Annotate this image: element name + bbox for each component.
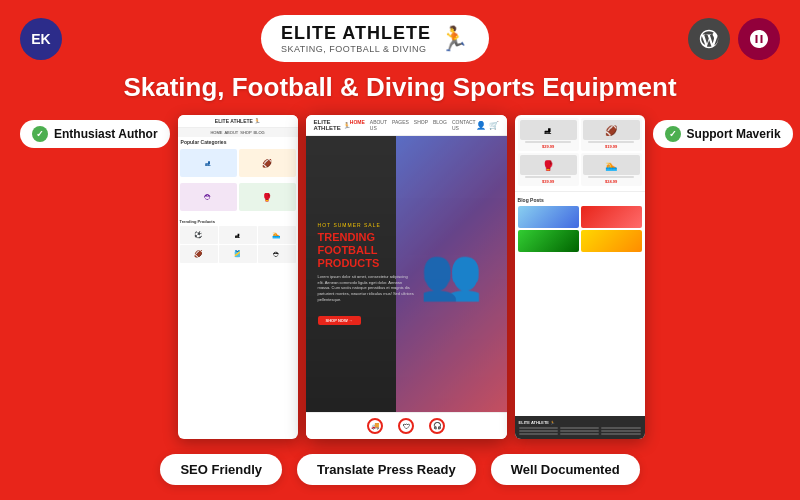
support-badge: ✓ Support Maverik bbox=[653, 120, 793, 148]
right-product-card: 🏊 $24.99 bbox=[581, 153, 642, 186]
right-product-line bbox=[588, 176, 634, 178]
trending-item: ⛑ bbox=[258, 245, 296, 263]
hero-text: HOT SUMMER SALE TRENDING FOOTBALL PRODUC… bbox=[318, 222, 415, 327]
popular-categories-label: Popular Categories bbox=[178, 137, 298, 147]
main-container: EK ELITE ATHLETE Skating, Football & Div… bbox=[0, 0, 800, 500]
headphone-icon-item: 🎧 bbox=[429, 418, 445, 434]
right-footer-grid bbox=[519, 427, 641, 435]
right-product-price: $24.99 bbox=[605, 179, 617, 184]
product-thumb-ball: 🏈 bbox=[239, 149, 296, 177]
delivery-icon: 🚚 bbox=[367, 418, 383, 434]
hero-title-part1: TRENDING bbox=[318, 231, 375, 243]
top-right-badges bbox=[688, 18, 780, 60]
blog-thumb-3 bbox=[518, 230, 579, 252]
screen-left-trending: Trending Products ⚽ ⛸ 🏊 🏈 🎽 ⛑ bbox=[178, 217, 298, 265]
right-product-price: $29.99 bbox=[542, 144, 554, 149]
author-badge: ✓ Enthusiast Author bbox=[20, 120, 170, 148]
right-footer-col bbox=[601, 427, 640, 435]
mini-logo-left: ELITE ATHLETE 🏃 bbox=[215, 118, 260, 124]
right-footer-col bbox=[519, 427, 558, 435]
trending-label: Trending Products bbox=[180, 219, 296, 224]
nav-shop[interactable]: SHOP bbox=[414, 119, 428, 131]
support-icon: ✓ bbox=[665, 126, 681, 142]
delivery-icon-item: 🚚 bbox=[367, 418, 383, 434]
screen-left-header: ELITE ATHLETE 🏃 bbox=[178, 115, 298, 128]
left-side-badge: ✓ Enthusiast Author bbox=[20, 115, 170, 439]
blog-grid bbox=[518, 206, 642, 252]
nav-mini-left: HOME ABOUT SHOP BLOG bbox=[178, 128, 298, 137]
nav-pages[interactable]: PAGES bbox=[392, 119, 409, 131]
trending-item: 🎽 bbox=[219, 245, 257, 263]
blog-thumb-1 bbox=[518, 206, 579, 228]
right-product-line bbox=[525, 176, 571, 178]
elementor-badge bbox=[738, 18, 780, 60]
center-nav: ELITE ATHLETE 🏃 HOME ABOUT US PAGES SHOP… bbox=[306, 115, 507, 136]
right-product-card: 🏈 $19.99 bbox=[581, 118, 642, 151]
logo-text: ELITE ATHLETE Skating, Football & Diving bbox=[281, 23, 431, 54]
wordpress-badge bbox=[688, 18, 730, 60]
right-product-price: $39.99 bbox=[542, 179, 554, 184]
hero-title-accent: FOOTBALL bbox=[318, 244, 378, 256]
right-blog-section: Blog Posts bbox=[515, 194, 645, 416]
product-thumb-skate: ⛸ bbox=[180, 149, 237, 177]
runner-icon: 🏃 bbox=[439, 25, 469, 53]
center-nav-logo: ELITE ATHLETE 🏃 bbox=[314, 119, 350, 131]
author-label: Enthusiast Author bbox=[54, 127, 158, 141]
hero-icons-row: 🚚 🛡 🎧 bbox=[306, 412, 507, 439]
ek-badge: EK bbox=[20, 18, 62, 60]
trending-item: ⚽ bbox=[180, 226, 218, 244]
right-product-img: ⛸ bbox=[520, 120, 577, 140]
user-icon: 👤 bbox=[476, 121, 486, 130]
right-top-grid: ⛸ $29.99 🏈 $19.99 🥊 $39.99 bbox=[515, 115, 645, 189]
blog-thumb-4 bbox=[581, 230, 642, 252]
support-label: Support Maverik bbox=[687, 127, 781, 141]
trending-item: 🏈 bbox=[180, 245, 218, 263]
right-footer-col bbox=[560, 427, 599, 435]
nav-icons: 👤 🛒 bbox=[476, 121, 499, 130]
right-product-card: 🥊 $39.99 bbox=[518, 153, 579, 186]
right-product-line bbox=[588, 141, 634, 143]
logo-title: ELITE ATHLETE bbox=[281, 23, 431, 44]
screen-left-content: ⛸ 🏈 ⛑ 🥊 bbox=[178, 147, 298, 217]
screen-left: ELITE ATHLETE 🏃 HOME ABOUT SHOP BLOG Pop… bbox=[178, 115, 298, 439]
product-thumb-gloves: 🥊 bbox=[239, 183, 296, 211]
nav-contact[interactable]: CONTACT US bbox=[452, 119, 476, 131]
hero-title: TRENDING FOOTBALL PRODUCTS bbox=[318, 231, 415, 271]
right-divider bbox=[515, 191, 645, 192]
nav-home[interactable]: HOME bbox=[350, 119, 365, 131]
center-hero: HOT SUMMER SALE TRENDING FOOTBALL PRODUC… bbox=[306, 136, 507, 412]
documented-badge: Well Documented bbox=[491, 454, 640, 485]
trending-item: 🏊 bbox=[258, 226, 296, 244]
bottom-badges: SEO Friendly Translate Press Ready Well … bbox=[160, 454, 639, 485]
shield-icon-item: 🛡 bbox=[398, 418, 414, 434]
hero-cta-button[interactable]: SHOP NOW → bbox=[318, 316, 361, 325]
right-blog-title: Blog Posts bbox=[518, 197, 642, 203]
nav-blog[interactable]: BLOG bbox=[433, 119, 447, 131]
right-footer-section: ELITE ATHLETE 🏃 bbox=[515, 416, 645, 439]
screens-container: ELITE ATHLETE 🏃 HOME ABOUT SHOP BLOG Pop… bbox=[178, 115, 645, 439]
nav-about[interactable]: ABOUT US bbox=[370, 119, 387, 131]
screen-center: ELITE ATHLETE 🏃 HOME ABOUT US PAGES SHOP… bbox=[306, 115, 507, 439]
screen-right: ⛸ $29.99 🏈 $19.99 🥊 $39.99 bbox=[515, 115, 645, 439]
right-product-line bbox=[525, 141, 571, 143]
translate-badge: Translate Press Ready bbox=[297, 454, 476, 485]
blog-thumb-2 bbox=[581, 206, 642, 228]
hero-desc: Lorem ipsum dolor sit amet, consectetur … bbox=[318, 274, 415, 302]
trending-item: ⛸ bbox=[219, 226, 257, 244]
right-product-img: 🏈 bbox=[583, 120, 640, 140]
cart-icon: 🛒 bbox=[489, 121, 499, 130]
trending-grid: ⚽ ⛸ 🏊 🏈 🎽 ⛑ bbox=[180, 226, 296, 263]
hero-title-part2: PRODUCTS bbox=[318, 257, 380, 269]
right-side-badge: ✓ Support Maverik bbox=[653, 115, 793, 439]
right-product-img: 🏊 bbox=[583, 155, 640, 175]
product-thumb-helmet: ⛑ bbox=[180, 183, 237, 211]
right-product-price: $19.99 bbox=[605, 144, 617, 149]
right-footer-logo: ELITE ATHLETE 🏃 bbox=[519, 420, 641, 425]
right-product-card: ⛸ $29.99 bbox=[518, 118, 579, 151]
middle-section: ✓ Enthusiast Author ELITE ATHLETE 🏃 HOME… bbox=[20, 115, 780, 439]
top-bar: EK ELITE ATHLETE Skating, Football & Div… bbox=[20, 15, 780, 62]
headphone-icon: 🎧 bbox=[429, 418, 445, 434]
logo-subtitle: Skating, Football & Diving bbox=[281, 44, 431, 54]
right-product-img: 🥊 bbox=[520, 155, 577, 175]
hero-eyebrow: HOT SUMMER SALE bbox=[318, 222, 415, 228]
